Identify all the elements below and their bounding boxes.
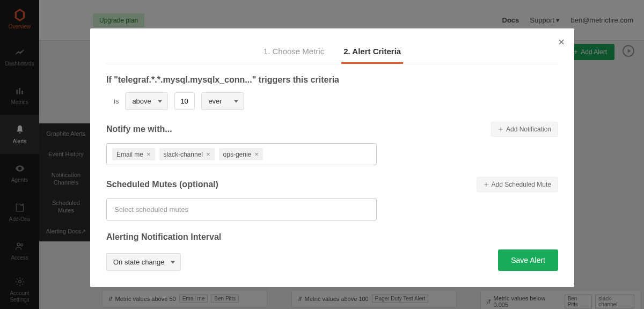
tab-alert-criteria[interactable]: 2. Alert Criteria (341, 40, 403, 64)
notification-text-input[interactable] (267, 148, 371, 160)
threshold-input[interactable] (174, 92, 195, 110)
chip-remove-icon[interactable]: × (254, 150, 259, 158)
is-label: is (106, 97, 119, 105)
chip-ops-genie: ops-genie × (219, 148, 263, 160)
add-scheduled-mute-button[interactable]: Add Scheduled Mute (477, 177, 558, 192)
save-alert-button[interactable]: Save Alert (498, 249, 558, 271)
interval-heading: Alerting Notification Interval (106, 232, 558, 242)
add-mute-label: Add Scheduled Mute (492, 181, 551, 188)
modal-tabs: 1. Choose Metric 2. Alert Criteria (106, 40, 558, 64)
chip-label: Email me (116, 151, 143, 158)
scheduled-mutes-select[interactable]: Select scheduled mutes (106, 198, 377, 220)
chip-email-me: Email me × (112, 148, 155, 160)
close-icon[interactable]: × (558, 36, 565, 48)
notification-chip-input[interactable]: Email me × slack-channel × ops-genie × (106, 143, 377, 165)
compare-select[interactable]: above (125, 92, 168, 110)
notify-heading: Notify me with... (106, 124, 172, 134)
gear-icon (498, 127, 503, 132)
chip-remove-icon[interactable]: × (147, 150, 151, 158)
chip-label: ops-genie (223, 151, 252, 158)
add-notification-button[interactable]: Add Notification (491, 122, 558, 137)
when-select[interactable]: ever (201, 92, 244, 110)
criteria-heading: If "telegraf.*.*.mysql.mysqlx_conn..." t… (106, 75, 558, 85)
chip-slack-channel: slack-channel × (159, 148, 215, 160)
interval-select[interactable]: On state change (106, 253, 181, 271)
alert-criteria-modal: × 1. Choose Metric 2. Alert Criteria If … (90, 28, 574, 287)
gear-icon (484, 182, 489, 187)
add-notification-label: Add Notification (506, 126, 551, 133)
tab-choose-metric[interactable]: 1. Choose Metric (261, 40, 326, 64)
svg-point-6 (500, 129, 502, 130)
mutes-heading: Scheduled Mutes (optional) (106, 180, 218, 189)
chip-remove-icon[interactable]: × (206, 150, 210, 158)
svg-point-7 (485, 184, 487, 186)
chip-label: slack-channel (164, 151, 203, 158)
